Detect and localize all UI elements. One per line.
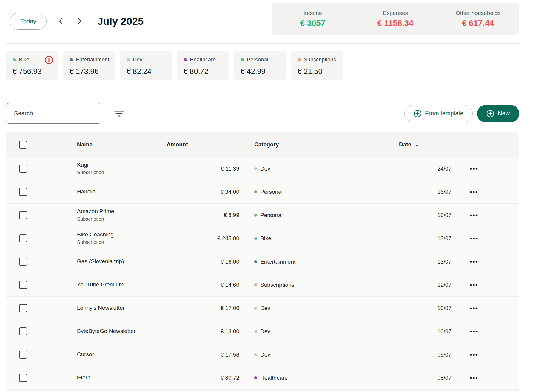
category-dot: [254, 237, 257, 240]
row-actions-button[interactable]: •••: [470, 258, 478, 265]
row-amount: € 16.00: [167, 258, 239, 265]
row-checkbox[interactable]: [19, 211, 27, 219]
row-category: Dev: [239, 351, 394, 358]
row-checkbox[interactable]: [19, 165, 27, 173]
row-category: Personal: [239, 212, 394, 219]
row-checkbox[interactable]: [19, 281, 27, 289]
column-header-category: Category: [239, 141, 394, 148]
category-card-label: Healthcare: [190, 57, 216, 63]
table-row[interactable]: Lenny's Newsletter € 17.00 Dev 10/07 •••: [6, 296, 519, 320]
today-button[interactable]: Today: [10, 13, 47, 30]
row-checkbox[interactable]: [19, 374, 27, 382]
row-actions-button[interactable]: •••: [470, 328, 478, 334]
row-name: ByteByteGo Newsletter: [77, 328, 167, 335]
chevron-right-icon: [78, 18, 82, 25]
table-row[interactable]: Cursor € 17.58 Dev 09/07 •••: [6, 343, 519, 366]
row-subtitle: Subscription: [77, 239, 167, 245]
category-card-value: € 82.24: [127, 67, 166, 76]
row-amount: € 80.72: [167, 375, 239, 381]
category-card-subscriptions[interactable]: Subscriptions € 21.50: [291, 51, 343, 80]
row-name: Cursor: [77, 351, 167, 358]
table-row[interactable]: Kagi Subscription € 11.39 Dev 24/07 •••: [6, 157, 519, 180]
category-color-dot: [298, 58, 301, 61]
row-name: Amazon Prime: [77, 208, 167, 215]
row-category: Dev: [239, 328, 394, 335]
row-actions-button[interactable]: •••: [470, 165, 478, 172]
category-card-value: € 80.72: [184, 67, 223, 76]
table-row[interactable]: Haircut € 34.00 Personal 16/07 •••: [6, 180, 519, 203]
category-card-healthcare[interactable]: Healthcare € 80.72: [177, 51, 229, 80]
row-name: iHerb: [77, 374, 167, 382]
category-card-entertainment[interactable]: Entertainment € 173.96: [63, 51, 115, 80]
row-actions-button[interactable]: •••: [470, 351, 478, 358]
table-row[interactable]: Gas (Slovenia trip) € 16.00 Entertainmen…: [6, 250, 519, 273]
budget-app-page: Today July 2025 Income € 3057: [0, 0, 536, 392]
row-checkbox[interactable]: [19, 304, 27, 312]
from-template-button[interactable]: From template: [404, 105, 473, 122]
row-date: 13/07: [394, 235, 453, 242]
row-category: Bike: [239, 235, 394, 242]
previous-month-button[interactable]: [56, 15, 66, 28]
category-card-bike[interactable]: Bike € 756.93: [6, 51, 58, 80]
new-button[interactable]: New: [477, 105, 519, 122]
row-actions-button[interactable]: •••: [470, 235, 478, 241]
table-body: Kagi Subscription € 11.39 Dev 24/07 •••: [6, 157, 519, 389]
table-row[interactable]: Bike Coaching Subscription € 245.00 Bike…: [6, 227, 519, 250]
warning-icon: [44, 55, 53, 64]
row-subtitle: Subscription: [77, 169, 167, 176]
row-amount: € 17.58: [167, 351, 239, 358]
table-row[interactable]: YouTube Premium € 14.60 Subscriptions 12…: [6, 273, 519, 296]
period-navigation: Today July 2025: [6, 11, 144, 31]
row-category-label: Entertainment: [260, 258, 295, 265]
category-dot: [254, 307, 257, 310]
row-category: Dev: [239, 165, 394, 172]
category-card-value: € 21.50: [298, 67, 337, 76]
row-date: 12/07: [394, 282, 453, 288]
category-color-dot: [184, 58, 187, 61]
row-category: Dev: [239, 305, 394, 312]
filter-button[interactable]: [112, 108, 126, 120]
row-actions-button[interactable]: •••: [470, 212, 478, 218]
category-dot: [254, 330, 257, 333]
row-actions-button[interactable]: •••: [470, 305, 478, 311]
row-checkbox[interactable]: [19, 258, 27, 266]
category-card-dev[interactable]: Dev € 82.24: [120, 51, 172, 80]
category-card-label: Entertainment: [76, 57, 109, 63]
row-category-label: Personal: [260, 189, 283, 195]
category-cards-row: Bike € 756.93 Entertainment: [6, 51, 519, 80]
select-all-checkbox[interactable]: [19, 141, 27, 149]
row-category: Healthcare: [239, 375, 394, 381]
row-category-label: Dev: [260, 351, 270, 358]
row-checkbox[interactable]: [19, 327, 27, 335]
search-input[interactable]: [6, 103, 101, 124]
transactions-table: Name Amount Category Date: [6, 132, 519, 392]
next-month-button[interactable]: [75, 15, 85, 28]
row-amount: € 13.00: [167, 328, 239, 335]
row-checkbox[interactable]: [19, 351, 27, 359]
category-dot: [254, 376, 257, 379]
category-dot: [254, 283, 257, 286]
category-color-dot: [241, 58, 244, 61]
table-row[interactable]: Amazon Prime Subscription € 8.99 Persona…: [6, 203, 519, 227]
row-amount: € 34.00: [167, 189, 239, 195]
row-checkbox[interactable]: [19, 188, 27, 196]
row-checkbox[interactable]: [19, 234, 27, 242]
row-date: 16/07: [394, 212, 453, 219]
category-card-value: € 42.99: [241, 67, 280, 76]
category-card-personal[interactable]: Personal € 42.99: [234, 51, 286, 80]
row-actions-button[interactable]: •••: [470, 282, 478, 288]
row-name: YouTube Premium: [77, 281, 167, 289]
row-amount: € 14.60: [167, 282, 239, 288]
chevron-left-icon: [58, 18, 63, 25]
table-row[interactable]: ByteByteGo Newsletter € 13.00 Dev 10/07 …: [6, 320, 519, 343]
summary-income: Income € 3057: [272, 6, 354, 32]
row-subtitle: Subscription: [77, 216, 167, 222]
column-header-date[interactable]: Date: [394, 141, 453, 148]
row-actions-button[interactable]: •••: [470, 375, 478, 381]
row-category: Personal: [239, 189, 394, 195]
row-date: 10/07: [394, 305, 453, 312]
row-actions-button[interactable]: •••: [470, 189, 478, 195]
row-category-label: Dev: [260, 305, 270, 312]
row-category-label: Dev: [260, 328, 270, 335]
table-row[interactable]: iHerb € 80.72 Healthcare 08/07 •••: [6, 366, 519, 389]
